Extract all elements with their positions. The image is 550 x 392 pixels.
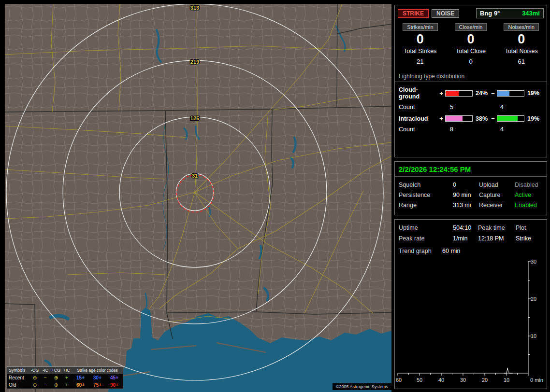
ic-positive-count: 8 [445,126,495,133]
rates-row: Strikes/min 0 Close/min 0 Noises/min 0 [395,23,547,46]
graph-ticks [398,262,531,376]
total-close-value: 0 [446,58,496,65]
squelch-label: Squelch [399,182,453,188]
total-strikes-value: 21 [395,58,446,65]
y-tick-30: 30 [531,259,536,265]
capture-status: Active [515,192,543,198]
total-noises-value: 61 [496,58,547,65]
strike-legend: Symbols -CG -IC +CG +IC Strike age color… [7,366,123,389]
ic-positive-bar [445,115,473,122]
sidebar: STRIKE NOISE Bng 9° 343mi Strikes/min 0 … [394,0,547,392]
cg-negative-count: 4 [495,104,504,111]
peak-rate-value: 1/min [453,235,478,242]
ic-positive-fill [446,116,463,121]
range-setting-value: 313 mi [453,202,479,209]
stats-panel: STRIKE NOISE Bng 9° 343mi Strikes/min 0 … [394,5,547,157]
total-close-label: Total Close [446,48,496,55]
distribution-title: Lightning type distribution [395,73,547,82]
ic-negative-bar [497,115,524,122]
ic-positive-pct: 38% [474,115,490,122]
plot-value: Strike [516,235,543,242]
graph-axes [398,261,528,373]
mode-row: STRIKE NOISE Bng 9° 343mi [395,5,547,18]
neg-ic-symbol-icon: − [40,376,51,380]
legend-recent-label: Recent [7,376,29,380]
legend-col-neg-ic: -IC [40,367,51,374]
app-window: 313 219 125 31 Symbols -CG -IC +CG +IC S… [0,0,550,392]
persistence-value: 90 min [453,192,479,198]
trend-graph: 60 50 40 30 20 10 0 min 30 20 10 [395,255,547,389]
upload-label: Upload [479,182,515,188]
graph-axis-labels: 60 50 40 30 20 10 0 min 30 20 10 [396,259,543,383]
x-tick-20: 20 [482,377,488,383]
plus-sign: + [438,90,444,97]
cg-positive-count: 5 [445,104,495,111]
noise-mode-button[interactable]: NOISE [432,9,459,18]
pos-ic-symbol-icon: + [61,376,72,380]
noises-per-min-label[interactable]: Noises/min [504,23,538,31]
cloud-ground-label: Cloud-ground [399,86,438,100]
minus-sign: − [490,115,496,122]
copyright-notice: ©2005 Astrogenic Systems [333,383,391,390]
ring-label-second: 125 [190,115,199,121]
age-75: 75+ [89,383,106,388]
legend-col-pos-ic: +IC [61,367,72,374]
neg-cg-symbol-icon: ⊖ [29,376,40,380]
status-grid: Squelch 0 Upload Disabled Persistence 90… [395,177,547,213]
minus-sign: − [490,90,496,97]
peak-time-label: Peak time [478,224,516,231]
y-tick-20: 20 [531,296,536,302]
strikes-per-min-label[interactable]: Strikes/min [403,23,437,31]
ring-label-inner: 31 [192,173,198,179]
neg-cg-symbol-icon: ⊖ [29,383,40,388]
age-90: 90+ [106,383,123,388]
squelch-value: 0 [453,182,479,188]
persistence-label: Persistence [399,192,453,198]
uptime-label: Uptime [399,224,453,231]
bearing-value: Bng 9° [480,10,500,17]
pos-cg-symbol-icon: ⊕ [51,376,61,380]
close-per-min-value: 0 [446,32,496,46]
ring-label-third: 219 [190,59,199,65]
age-45: 45+ [106,376,123,380]
trend-graph-label: Trend graph [399,248,442,254]
x-tick-10: 10 [504,377,509,383]
trend-window-row: Trend graph 60 min [395,242,547,254]
count-label: Count [399,104,445,111]
cloud-ground-count-row: Count 5 4 [395,100,547,111]
legend-age-title: Strike age color codes [72,367,123,374]
range-label: Range [399,202,453,209]
x-tick-50: 50 [417,377,422,383]
ic-negative-pct: 19% [525,115,542,122]
neg-ic-symbol-icon: − [40,383,51,388]
peak-time-value: 12:18 PM [478,235,516,242]
map-canvas: 313 219 125 31 [5,4,391,392]
pos-cg-symbol-icon: ⊕ [51,383,61,388]
intracloud-row: Intracloud + 38% − 19% [395,111,547,122]
ring-label-outer: 313 [190,5,199,11]
datetime-display: 2/2/2026 12:24:56 PM [395,162,547,177]
close-per-min-label[interactable]: Close/min [455,23,487,31]
strike-mode-button[interactable]: STRIKE [398,9,429,18]
plus-sign: + [438,115,444,122]
ic-negative-count: 4 [495,126,504,133]
plot-label: Plot [516,224,543,231]
strikes-per-min-value: 0 [395,32,446,46]
x-origin-label: 0 min [530,377,543,383]
intracloud-label: Intracloud [399,115,438,122]
x-tick-30: 30 [460,377,466,383]
range-value: 343mi [522,10,540,17]
legend-old-label: Old [7,383,29,388]
bearing-range-display: Bng 9° 343mi [476,8,544,18]
count-label: Count [399,126,445,133]
y-tick-10: 10 [531,333,536,339]
status-panel: 2/2/2026 12:24:56 PM Squelch 0 Upload Di… [394,161,547,215]
cg-positive-pct: 24% [474,90,490,97]
legend-col-neg-cg: -CG [29,367,40,374]
capture-label: Capture [479,192,515,198]
cg-negative-bar [497,90,524,97]
total-strikes-label: Total Strikes [395,48,446,55]
legend-col-pos-cg: +CG [51,367,61,374]
map-panel[interactable]: 313 219 125 31 Symbols -CG -IC +CG +IC S… [5,4,391,392]
pos-ic-symbol-icon: + [61,383,72,388]
